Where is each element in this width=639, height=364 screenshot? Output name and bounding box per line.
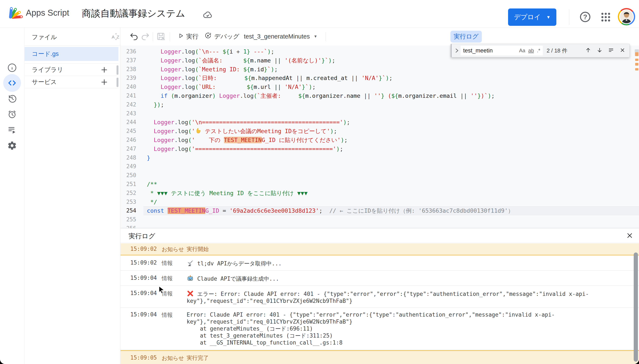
close-log-icon[interactable]: [626, 232, 633, 239]
line-number: 252: [121, 189, 143, 198]
code-line-247[interactable]: 247 Logger.log('========================…: [121, 144, 639, 154]
whole-word-toggle[interactable]: ab: [528, 48, 534, 54]
regex-toggle[interactable]: .*: [537, 48, 540, 54]
code-line-content[interactable]: */: [143, 198, 639, 206]
code-line-244[interactable]: 244 Logger.log('\n======================…: [121, 118, 639, 127]
code-line-content[interactable]: Logger.log('============================…: [143, 144, 639, 154]
code-line-content[interactable]: [143, 171, 639, 180]
redo-icon[interactable]: [140, 32, 150, 42]
sort-az-icon[interactable]: AZ: [111, 32, 121, 41]
avatar[interactable]: [618, 8, 635, 26]
log-level: お知らせ: [162, 246, 187, 253]
code-line-252[interactable]: 252 * ▼▼▼ テストに使う Meeting ID をここに貼り付け ▼▼▼: [121, 189, 639, 198]
code-line-content[interactable]: if (m.organizer) Logger.log(`主催者: ${m.or…: [143, 92, 639, 100]
code-line-content[interactable]: Logger.log(' テストしたい会議のMeeting IDをコピーして')…: [143, 127, 639, 136]
project-history-icon[interactable]: [3, 90, 21, 108]
code-line-content[interactable]: [143, 109, 639, 118]
code-line-content[interactable]: Logger.log(`URL: ${m.url || 'N/A'}`);: [143, 82, 639, 92]
match-case-toggle[interactable]: Aa: [519, 48, 525, 54]
code-line-content[interactable]: Logger.log(`Meeting ID: ${m.id}`);: [143, 65, 639, 74]
find-in-selection-icon[interactable]: [608, 47, 614, 54]
code-line-249[interactable]: 249: [121, 162, 639, 171]
code-line-243[interactable]: 243: [121, 109, 639, 118]
left-rail: [0, 28, 24, 364]
log-scrollbar-thumb[interactable]: [634, 252, 638, 362]
function-name: test_3_generateMinutes: [244, 33, 310, 40]
line-number: 236: [121, 47, 143, 56]
code-line-256[interactable]: 256: [121, 224, 639, 228]
previous-match-icon[interactable]: [585, 47, 591, 54]
code-line-237[interactable]: 237 Logger.log(`会議名: ${m.name || '(名前なし)…: [121, 56, 639, 65]
project-title[interactable]: 商談自動議事録システム: [82, 7, 185, 20]
code-line-content[interactable]: Logger.log(`日時: ${m.happenedAt || m.crea…: [143, 74, 639, 82]
services-section[interactable]: サービス: [25, 76, 118, 88]
line-number: 251: [121, 180, 143, 189]
apps-script-logo-icon[interactable]: [9, 6, 24, 21]
editor-code-icon[interactable]: [3, 74, 21, 92]
log-time: 15:09:04: [130, 311, 162, 318]
code-line-253[interactable]: 253 */: [121, 198, 639, 206]
files-panel: ファイル AZ コード.gs ライブラリ サービス: [25, 28, 120, 364]
execution-log-button[interactable]: 実行ログ: [451, 31, 482, 42]
line-number: 237: [121, 56, 143, 65]
code-line-content[interactable]: });: [143, 100, 639, 109]
save-icon[interactable]: [156, 32, 166, 42]
file-name: コード.gs: [32, 50, 59, 58]
code-line-239[interactable]: 239 Logger.log(`日時: ${m.happenedAt || m.…: [121, 74, 639, 82]
undo-icon[interactable]: [129, 32, 139, 42]
code-line-242[interactable]: 242 });: [121, 100, 639, 109]
code-line-content[interactable]: const TEST_MEETING_ID = '69a2adc6c6e3ee0…: [143, 206, 639, 215]
add-service-button[interactable]: [100, 78, 108, 86]
code-line-250[interactable]: 250: [121, 171, 639, 180]
code-line-content[interactable]: Logger.log(`会議名: ${m.name || '(名前なし)'}`)…: [143, 56, 639, 65]
code-line-238[interactable]: 238 Logger.log(`Meeting ID: ${m.id}`);: [121, 65, 639, 74]
execution-log-panel: 実行ログ 15:09:02お知らせ実行開始15:09:02情報tl;dv API…: [121, 228, 639, 364]
add-library-button[interactable]: [100, 66, 108, 74]
code-line-content[interactable]: [143, 162, 639, 171]
code-line-content[interactable]: /**: [143, 180, 639, 189]
find-input[interactable]: test_meetin Aa ab .*: [461, 46, 543, 56]
help-icon[interactable]: ?: [579, 11, 591, 23]
code-line-content[interactable]: Logger.log('\n==========================…: [143, 118, 639, 127]
search-match-marker: [635, 68, 638, 70]
code-line-content[interactable]: * ▼▼▼ テストに使う Meeting ID をここに貼り付け ▼▼▼: [143, 189, 639, 198]
code-line-245[interactable]: 245 Logger.log(' テストしたい会議のMeeting IDをコピー…: [121, 127, 639, 136]
file-item-code-gs[interactable]: コード.gs: [25, 47, 118, 61]
close-find-icon[interactable]: [619, 47, 626, 54]
code-line-251[interactable]: 251/**: [121, 180, 639, 189]
executions-icon[interactable]: [3, 121, 21, 139]
find-query[interactable]: test_meetin: [463, 48, 516, 54]
files-header: ファイル AZ: [25, 28, 120, 46]
code-line-248[interactable]: 248}: [121, 154, 639, 162]
code-line-246[interactable]: 246 Logger.log(' 下の TEST_MEETING_ID に貼り付…: [121, 136, 639, 144]
settings-gear-icon[interactable]: [3, 137, 21, 154]
log-row-1: 15:09:02お知らせ実行開始: [121, 243, 639, 256]
code-line-content[interactable]: }: [143, 154, 639, 162]
code-line-240[interactable]: 240 Logger.log(`URL: ${m.url || 'N/A'}`)…: [121, 82, 639, 92]
log-row-5: 15:09:04情報Error: Claude API error: 401 -…: [121, 308, 639, 350]
find-expand-chevron-icon[interactable]: [453, 48, 460, 54]
code-line-254[interactable]: 254const TEST_MEETING_ID = '69a2adc6c6e3…: [121, 206, 639, 215]
code-line-255[interactable]: 255: [121, 215, 639, 224]
robot-icon: [187, 276, 197, 282]
topbar-divider: [569, 9, 569, 25]
services-scrollbar[interactable]: [117, 78, 118, 87]
google-apps-grid-icon[interactable]: [600, 12, 611, 23]
deploy-button[interactable]: デプロイ ▼: [508, 8, 556, 26]
satellite-icon: [187, 260, 197, 267]
libraries-section[interactable]: ライブラリ: [25, 64, 118, 76]
log-message: 実行開始: [187, 246, 626, 253]
line-number: 239: [121, 74, 143, 82]
libraries-scrollbar[interactable]: [117, 66, 118, 75]
triggers-alarm-icon[interactable]: [3, 106, 21, 123]
line-number: 238: [121, 65, 143, 74]
code-editor[interactable]: 236 Logger.log(`\n--- ${i + 1} ---`);237…: [121, 46, 639, 228]
next-match-icon[interactable]: [596, 47, 603, 54]
code-line-content[interactable]: [143, 215, 639, 224]
debug-button[interactable]: デバッグ: [204, 28, 240, 46]
function-dropdown[interactable]: test_3_generateMinutes ▼: [244, 28, 317, 46]
code-line-241[interactable]: 241 if (m.organizer) Logger.log(`主催者: ${…: [121, 92, 639, 100]
code-line-content[interactable]: [143, 224, 639, 228]
code-line-content[interactable]: Logger.log(' 下の TEST_MEETING_ID に貼り付けてくだ…: [143, 136, 639, 144]
run-button[interactable]: 実行: [178, 28, 198, 46]
